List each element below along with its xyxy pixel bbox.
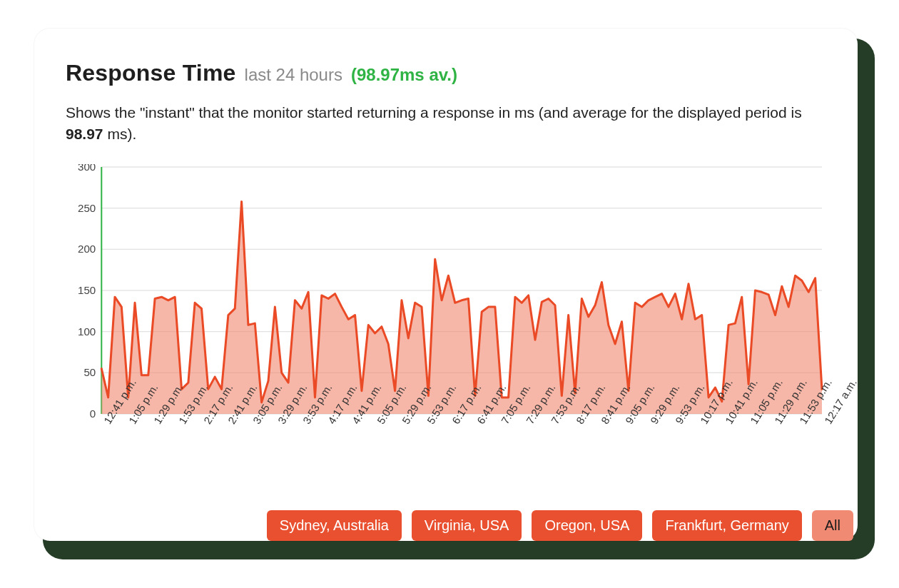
y-tick-label: 0 [90,407,96,420]
subtitle-average: (98.97ms av.) [351,65,457,85]
legend-oregon[interactable]: Oregon, USA [532,510,642,541]
card-header: Response Time last 24 hours (98.97ms av.… [66,60,826,86]
y-tick-label: 150 [78,284,96,296]
description-text: Shows the "instant" that the monitor sta… [66,102,826,146]
chart-svg: 050100150200250300 [66,164,826,421]
legend-virginia[interactable]: Virginia, USA [412,510,522,541]
page-title: Response Time [66,60,236,86]
x-axis-labels: 12:41 p.m.1:05 p.m.1:29 p.m.1:53 p.m.2:1… [66,420,826,488]
response-time-card: Response Time last 24 hours (98.97ms av.… [34,29,858,541]
subtitle-period: last 24 hours [245,65,342,85]
y-tick-label: 250 [78,202,96,214]
legend-row: Sydney, Australia Virginia, USA Oregon, … [34,510,858,541]
y-tick-label: 100 [78,325,96,338]
legend-frankfurt[interactable]: Frankfurt, Germany [652,510,801,541]
response-time-chart: 050100150200250300 12:41 p.m.1:05 p.m.1:… [66,164,826,421]
y-tick-label: 200 [78,243,96,255]
y-tick-label: 300 [78,164,96,173]
legend-all[interactable]: All [812,510,853,541]
legend-sydney[interactable]: Sydney, Australia [267,510,402,541]
y-tick-label: 50 [83,366,96,378]
